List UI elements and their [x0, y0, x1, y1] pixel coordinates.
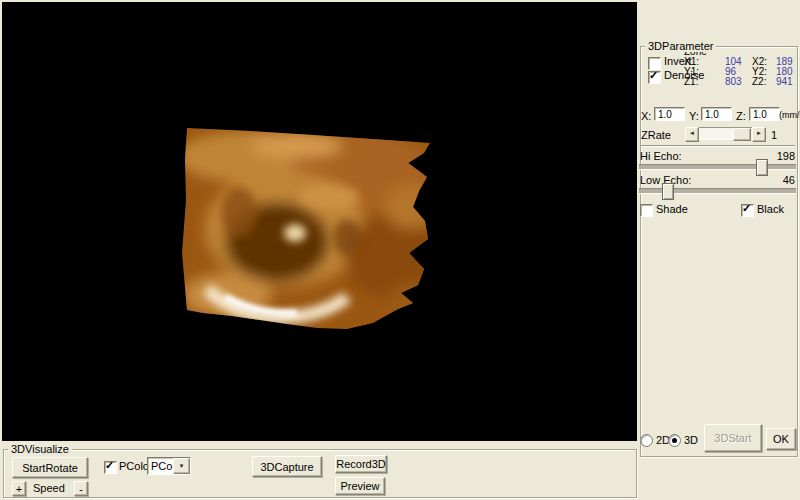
- zrate-label: ZRate: [641, 129, 671, 141]
- separator: [641, 145, 795, 147]
- start3d-button[interactable]: 3DStart: [704, 424, 762, 452]
- scale-x-label: X:: [641, 110, 651, 122]
- low-echo-slider[interactable]: [639, 182, 796, 198]
- shade-checkbox[interactable]: ✓: [640, 204, 653, 217]
- zone-readout: Zone X1: 104 X2: 189 Y1: 96 Y2: 180 Z1: …: [684, 47, 800, 87]
- zone-z1-value: 803: [725, 77, 752, 87]
- radio-dot-icon: [672, 438, 677, 443]
- scroll-left-icon[interactable]: ◄: [685, 127, 699, 142]
- check-icon: ✓: [105, 459, 114, 472]
- scale-x-input[interactable]: [654, 107, 685, 121]
- ok-button[interactable]: OK: [766, 428, 796, 450]
- mode-2d-radio[interactable]: [640, 434, 653, 447]
- speed-minus-button[interactable]: -: [74, 481, 88, 496]
- scale-z-input[interactable]: [749, 107, 780, 121]
- shade-label: Shade: [656, 203, 688, 215]
- zone-z2-value: 941: [776, 77, 800, 87]
- check-icon: ✓: [742, 202, 751, 215]
- hi-echo-slider[interactable]: [639, 158, 796, 174]
- mode-3d-radio[interactable]: [668, 434, 681, 447]
- zrate-track[interactable]: [699, 127, 752, 140]
- scale-z-label: Z:: [736, 110, 746, 122]
- zrate-scrollbar[interactable]: ◄ ►: [685, 127, 766, 140]
- visualize-group-title: 3DVisualize: [8, 443, 72, 455]
- zrate-value: 1: [771, 129, 777, 141]
- chevron-down-icon[interactable]: ▼: [173, 458, 190, 474]
- scale-y-label: Y:: [689, 110, 699, 122]
- pcolor-checkbox[interactable]: ✓: [104, 461, 117, 474]
- check-icon: ✓: [649, 69, 658, 82]
- pcolor-dropdown[interactable]: PColor ▼: [147, 457, 191, 475]
- zone-z2-label: Z2:: [752, 77, 776, 87]
- scale-y-input[interactable]: [701, 107, 732, 121]
- zrate-thumb[interactable]: [733, 128, 751, 141]
- black-label: Black: [757, 203, 784, 215]
- mode-3d-label: 3D: [684, 434, 698, 446]
- pcolor-dropdown-value: PColor: [148, 458, 173, 474]
- hi-echo-track: [639, 164, 796, 170]
- scale-unit-label: (mm/p): [779, 110, 800, 120]
- start-rotate-button[interactable]: StartRotate: [12, 457, 88, 478]
- denoise-checkbox[interactable]: ✓: [648, 71, 661, 84]
- preview-button[interactable]: Preview: [335, 477, 385, 495]
- low-echo-thumb[interactable]: [662, 183, 674, 200]
- speed-label: Speed: [33, 482, 65, 494]
- zone-z1-label: Z1:: [684, 77, 725, 87]
- record-3d-button[interactable]: Record3D: [335, 455, 387, 473]
- capture-3d-button[interactable]: 3DCapture: [252, 456, 322, 477]
- speed-plus-button[interactable]: +: [12, 481, 26, 496]
- black-checkbox[interactable]: ✓: [741, 204, 754, 217]
- ultrasound-volume-render: [177, 117, 439, 335]
- parameter-group-title: 3DParameter: [645, 40, 716, 52]
- app-window: 3DParameter ✓ Invert ✓ Denoise Zone X1: …: [0, 0, 800, 500]
- scroll-right-icon[interactable]: ►: [752, 127, 766, 142]
- render-viewport[interactable]: [2, 2, 637, 441]
